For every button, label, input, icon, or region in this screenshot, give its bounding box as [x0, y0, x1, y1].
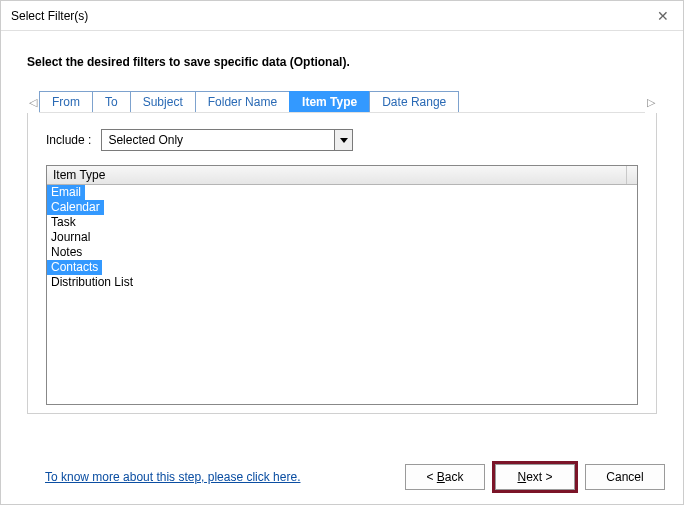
tab-date-range[interactable]: Date Range [369, 91, 459, 112]
list-item[interactable]: Task [47, 215, 80, 230]
tab-folder-name[interactable]: Folder Name [195, 91, 290, 112]
window-title: Select Filter(s) [11, 9, 643, 23]
list-item[interactable]: Email [47, 185, 85, 200]
list-column-header-spacer [627, 166, 638, 184]
list-header: Item Type [47, 166, 637, 185]
tabstrip: From To Subject Folder Name Item Type Da… [39, 91, 645, 113]
back-button[interactable]: < Back [405, 464, 485, 490]
list-item[interactable]: Calendar [47, 200, 104, 215]
tab-from[interactable]: From [39, 91, 93, 112]
chevron-down-icon[interactable] [334, 130, 352, 150]
item-type-list[interactable]: Item Type Email Calendar Task Journal No… [46, 165, 638, 405]
instruction-text: Select the desired filters to save speci… [27, 55, 657, 69]
list-body: Email Calendar Task Journal Notes Contac… [47, 185, 637, 290]
tab-panel: Include : Selected Only Item Type Email … [27, 113, 657, 414]
content-area: Select the desired filters to save speci… [1, 31, 683, 414]
list-item[interactable]: Contacts [47, 260, 102, 275]
cancel-button[interactable]: Cancel [585, 464, 665, 490]
tab-subject[interactable]: Subject [130, 91, 196, 112]
next-button[interactable]: Next > [495, 464, 575, 490]
close-icon[interactable]: ✕ [643, 1, 683, 31]
tab-scroll-right-icon[interactable]: ▷ [645, 96, 657, 109]
tab-to[interactable]: To [92, 91, 131, 112]
help-link[interactable]: To know more about this step, please cli… [45, 470, 300, 484]
wizard-buttons: < Back Next > Cancel [405, 464, 665, 490]
list-item[interactable]: Journal [47, 230, 94, 245]
include-row: Include : Selected Only [46, 129, 638, 151]
include-dropdown[interactable]: Selected Only [101, 129, 353, 151]
include-label: Include : [46, 133, 91, 147]
list-item[interactable]: Distribution List [47, 275, 137, 290]
list-column-header[interactable]: Item Type [47, 166, 627, 184]
tab-scroll-left-icon[interactable]: ◁ [27, 96, 39, 109]
list-item[interactable]: Notes [47, 245, 86, 260]
titlebar: Select Filter(s) ✕ [1, 1, 683, 31]
tab-item-type[interactable]: Item Type [289, 91, 370, 112]
include-dropdown-value: Selected Only [102, 133, 334, 147]
tabstrip-container: ◁ From To Subject Folder Name Item Type … [27, 91, 657, 113]
